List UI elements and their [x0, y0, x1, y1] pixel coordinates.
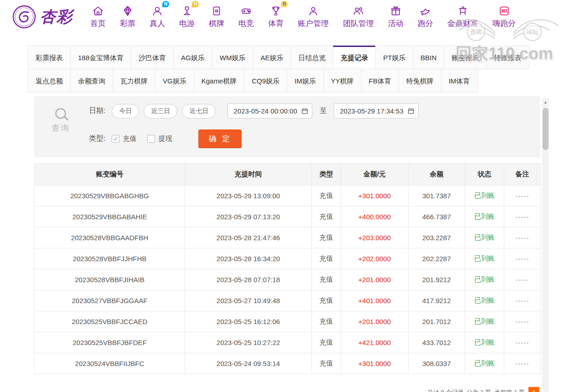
- nav-label: 金鼎财富: [447, 18, 478, 29]
- tab[interactable]: Kgame棋牌: [194, 69, 245, 93]
- tab[interactable]: YY棋牌: [323, 69, 362, 93]
- deposit-checkbox[interactable]: ✓: [112, 135, 119, 143]
- cell-balance: 417.9212: [409, 290, 465, 311]
- tab[interactable]: 特兔棋牌: [398, 69, 441, 93]
- cell-amount: +301.0000: [341, 353, 409, 374]
- cell-balance: 433.7012: [409, 332, 465, 353]
- tab[interactable]: VG娱乐: [155, 69, 194, 93]
- tab[interactable]: 彩票报表: [28, 46, 71, 69]
- type-filter-row: 类型: ✓ 充值 ✓ 提现 确 定: [89, 129, 540, 148]
- cell-remark: -----: [504, 206, 541, 227]
- tab[interactable]: 188金宝博体育: [70, 46, 131, 69]
- nav-item[interactable]: N 真人: [150, 5, 165, 29]
- cell-time: 2023-05-25 16:12:06: [185, 311, 312, 332]
- nav-badge: N: [281, 1, 288, 7]
- tab[interactable]: IM娱乐: [287, 69, 324, 93]
- tab[interactable]: 充提记录: [333, 46, 376, 69]
- table-row: 20230527VBBFJGGAAF 2023-05-27 10:49:48 充…: [35, 290, 541, 311]
- tab[interactable]: AE娱乐: [253, 46, 291, 69]
- date-quick-button[interactable]: 近七日: [182, 104, 216, 119]
- scrollbar-thumb[interactable]: [543, 108, 548, 150]
- tab[interactable]: 日结总览: [290, 46, 333, 69]
- withdraw-checkbox-label: 提现: [158, 134, 172, 143]
- cell-status: 已到账: [465, 332, 504, 353]
- tab[interactable]: AG娱乐: [173, 46, 212, 69]
- tab[interactable]: 返点总额: [28, 69, 71, 93]
- site-logo[interactable]: [12, 5, 36, 29]
- query-label: 查询: [52, 123, 70, 134]
- tab[interactable]: 转账报表: [486, 46, 529, 69]
- cell-order-id: 20230529VBBGABAHIE: [35, 206, 185, 227]
- cell-status: 已到账: [465, 353, 504, 374]
- tab[interactable]: IM体育: [441, 69, 478, 93]
- tab[interactable]: 沙巴体育: [131, 46, 174, 69]
- team-icon: [352, 5, 364, 17]
- cell-amount: +401.0000: [341, 290, 409, 311]
- tab[interactable]: 账变报表: [444, 46, 487, 69]
- nav-label: 跑分: [418, 18, 433, 29]
- nav-label: 团队管理: [343, 18, 374, 29]
- date-from-value: 2023-05-24 00:00:00: [233, 107, 297, 115]
- tab[interactable]: FB体育: [361, 69, 399, 93]
- cell-type: 充值: [312, 353, 341, 374]
- nav-label: 体育: [268, 18, 284, 29]
- nav-item[interactable]: H 电游: [179, 5, 195, 29]
- confirm-button[interactable]: 确 定: [198, 129, 242, 148]
- tab[interactable]: PT娱乐: [375, 46, 413, 69]
- nav-item[interactable]: 电竞: [238, 5, 254, 29]
- table-header-cell: 类型: [312, 164, 341, 186]
- page-1-button[interactable]: 1: [528, 387, 539, 392]
- cell-time: 2023-05-29 07:13:20: [185, 206, 312, 227]
- cell-balance: 203.2287: [409, 227, 465, 248]
- tab[interactable]: WM娱乐: [212, 46, 253, 69]
- nav-item[interactable]: 嗨跑分: [492, 5, 516, 29]
- nav-item[interactable]: 彩票: [120, 5, 135, 29]
- cell-type: 充值: [312, 311, 341, 332]
- top-navigation: 杏彩 首页 彩票 N: [0, 0, 569, 34]
- tab[interactable]: 余额查询: [70, 69, 113, 93]
- cell-status: 已到账: [465, 311, 504, 332]
- table-row: 20230525VBBFJCCAED 2023-05-25 16:12:06 充…: [35, 311, 541, 332]
- nav-item[interactable]: 团队管理: [343, 5, 374, 29]
- table-row: 20230528VBBGAADFBH 2023-05-28 21:47:46 充…: [35, 227, 541, 248]
- cell-order-id: 20230527VBBFJGGAAF: [35, 290, 185, 311]
- date-quick-button[interactable]: 近三日: [144, 104, 177, 119]
- cell-remark: -----: [504, 248, 541, 269]
- withdraw-checkbox[interactable]: ✓: [147, 135, 155, 143]
- vertical-scrollbar[interactable]: ▲: [542, 98, 549, 392]
- tab[interactable]: BBIN: [413, 46, 445, 69]
- cell-amount: +203.0000: [341, 227, 409, 248]
- table-header-cell: 备注: [504, 164, 541, 186]
- nav-item[interactable]: 首页: [90, 5, 106, 29]
- scroll-up-arrow[interactable]: ▲: [542, 98, 549, 106]
- date-quick-buttons: 今日近三日近七日: [112, 104, 220, 119]
- date-filter-row: 日期: 今日近三日近七日 2023-05-24 00:00:00 至 2023-…: [89, 103, 540, 119]
- date-from-input[interactable]: 2023-05-24 00:00:00: [228, 103, 312, 119]
- table-row: 20230524VBBFIIJBFC 2023-05-24 09:53:14 充…: [35, 353, 541, 374]
- nav-item[interactable]: 棋牌: [209, 5, 224, 29]
- nav-item[interactable]: 跑分: [418, 5, 433, 29]
- tab[interactable]: CQ9娱乐: [244, 69, 287, 93]
- nav-item[interactable]: 账户管理: [298, 5, 329, 29]
- cell-remark: -----: [504, 186, 541, 206]
- nav-item[interactable]: 金鼎财富: [447, 5, 478, 29]
- cell-order-id: 20230525VBBFJBFDEF: [35, 332, 185, 353]
- nav-item[interactable]: 活动: [388, 5, 403, 29]
- date-to-input[interactable]: 2023-05-29 17:34:53: [334, 103, 419, 119]
- cell-type: 充值: [312, 248, 341, 269]
- table-header-cell: 状态: [465, 164, 504, 186]
- tab[interactable]: 瓦力棋牌: [113, 69, 155, 93]
- cell-amount: +400.0000: [341, 206, 409, 227]
- egame-icon: H: [181, 5, 193, 17]
- table-header-cell: 账变编号: [35, 164, 185, 186]
- esports-icon: [240, 5, 252, 17]
- nav-label: 首页: [90, 18, 106, 29]
- cell-balance: 466.7387: [409, 206, 465, 227]
- cell-status: 已到账: [465, 269, 504, 290]
- nav-item[interactable]: N 体育: [268, 5, 284, 29]
- cell-status: 已到账: [465, 206, 504, 227]
- cell-time: 2023-05-29 13:09:00: [185, 186, 312, 206]
- cell-amount: +201.0000: [341, 269, 409, 290]
- tab-row-1: 彩票报表188金宝博体育沙巴体育AG娱乐WM娱乐AE娱乐日结总览充提记录PT娱乐…: [28, 46, 542, 69]
- date-quick-button[interactable]: 今日: [112, 104, 139, 119]
